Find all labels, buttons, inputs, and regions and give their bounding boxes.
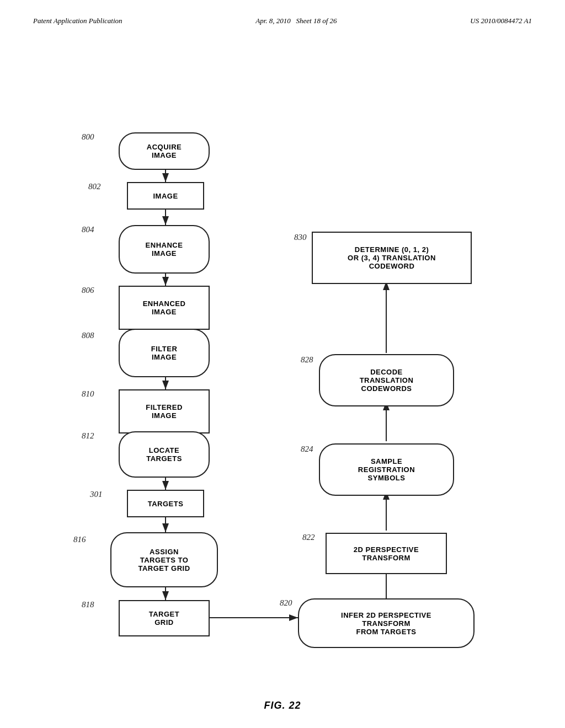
node-828: DECODETRANSLATIONCODEWORDS bbox=[319, 354, 454, 406]
node-828-text: DECODETRANSLATIONCODEWORDS bbox=[360, 368, 414, 393]
node-824-text: SAMPLEREGISTRATIONSYMBOLS bbox=[358, 457, 415, 482]
page-header: Patent Application Publication Apr. 8, 2… bbox=[0, 0, 565, 31]
label-824: 824 bbox=[301, 445, 313, 454]
node-804: ENHANCEIMAGE bbox=[119, 225, 210, 274]
figure-caption: FIG. 22 bbox=[264, 700, 301, 711]
node-818-text: TARGETGRID bbox=[149, 610, 179, 627]
label-816: 816 bbox=[73, 535, 86, 544]
header-middle: Apr. 8, 2010 Sheet 18 of 26 bbox=[255, 17, 337, 25]
node-822-text: 2D PERSPECTIVETRANSFORM bbox=[354, 545, 419, 562]
label-800: 800 bbox=[82, 132, 94, 142]
node-804-text: ENHANCEIMAGE bbox=[146, 241, 183, 258]
label-818: 818 bbox=[82, 600, 94, 609]
node-800-text: ACQUIREIMAGE bbox=[147, 143, 182, 159]
label-828: 828 bbox=[301, 355, 313, 365]
header-right: US 2010/0084472 A1 bbox=[470, 17, 532, 25]
node-808: FILTERIMAGE bbox=[119, 329, 210, 377]
node-824: SAMPLEREGISTRATIONSYMBOLS bbox=[319, 443, 454, 496]
node-806: ENHANCEDIMAGE bbox=[119, 286, 210, 330]
node-802-text: IMAGE bbox=[153, 192, 178, 200]
node-822: 2D PERSPECTIVETRANSFORM bbox=[326, 533, 447, 574]
node-818: TARGETGRID bbox=[119, 600, 210, 636]
node-800: ACQUIREIMAGE bbox=[119, 132, 210, 170]
node-810: FILTEREDIMAGE bbox=[119, 389, 210, 433]
node-830: DETERMINE (0, 1, 2)OR (3, 4) TRANSLATION… bbox=[312, 232, 472, 284]
node-301: TARGETS bbox=[127, 490, 204, 517]
label-820: 820 bbox=[280, 598, 292, 608]
node-301-text: TARGETS bbox=[148, 500, 184, 508]
node-806-text: ENHANCEDIMAGE bbox=[143, 299, 186, 316]
label-830: 830 bbox=[294, 233, 307, 242]
label-806: 806 bbox=[82, 286, 94, 295]
node-808-text: FILTERIMAGE bbox=[151, 345, 178, 361]
label-810: 810 bbox=[82, 389, 94, 399]
node-812: LOCATETARGETS bbox=[119, 431, 210, 478]
node-820: INFER 2D PERSPECTIVETRANSFORMFROM TARGET… bbox=[298, 598, 475, 648]
node-830-text: DETERMINE (0, 1, 2)OR (3, 4) TRANSLATION… bbox=[348, 245, 436, 270]
node-812-text: LOCATETARGETS bbox=[146, 446, 182, 463]
node-820-text: INFER 2D PERSPECTIVETRANSFORMFROM TARGET… bbox=[341, 611, 431, 636]
label-301: 301 bbox=[90, 490, 103, 499]
label-802: 802 bbox=[88, 182, 101, 191]
node-802: IMAGE bbox=[127, 182, 204, 210]
node-816-text: ASSIGNTARGETS TOTARGET GRID bbox=[138, 548, 190, 572]
label-812: 812 bbox=[82, 431, 94, 441]
label-804: 804 bbox=[82, 225, 94, 234]
label-808: 808 bbox=[82, 331, 94, 340]
flowchart-diagram: ACQUIREIMAGE 800 IMAGE 802 ENHANCEIMAGE … bbox=[0, 61, 565, 700]
header-left: Patent Application Publication bbox=[33, 17, 122, 25]
node-810-text: FILTEREDIMAGE bbox=[146, 403, 183, 420]
label-822: 822 bbox=[302, 533, 315, 542]
node-816: ASSIGNTARGETS TOTARGET GRID bbox=[110, 532, 218, 587]
